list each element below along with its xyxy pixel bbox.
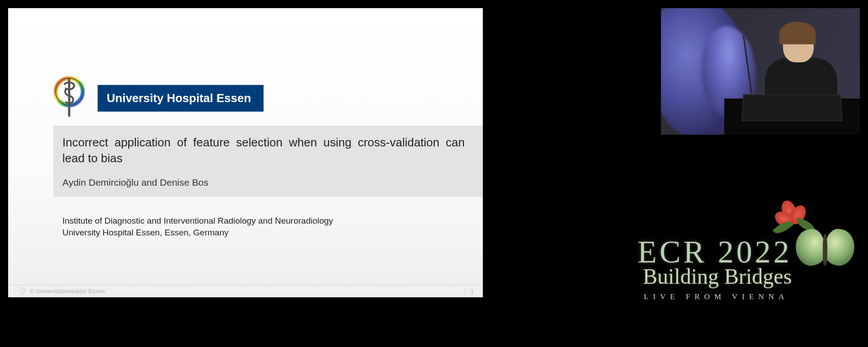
presentation-slide: University Hospital Essen Incorrect appl…	[8, 8, 483, 297]
title-band: Incorrect application of feature selecti…	[53, 126, 483, 197]
speaker-camera-feed	[661, 8, 860, 135]
page-number: 1	[471, 288, 474, 295]
event-subtitle: LIVE FROM VIENNA	[644, 292, 854, 301]
slide-content: University Hospital Essen Incorrect appl…	[8, 8, 483, 297]
authors: Aydin Demircioğlu and Denise Bos	[62, 177, 465, 188]
hospital-logo-icon	[53, 76, 85, 119]
event-logo: ECR 2022 Building Bridges LIVE FROM VIEN…	[637, 234, 854, 333]
podium-monitor	[741, 94, 842, 121]
footer-copyright: © Universitätsmedizin Essen	[30, 288, 105, 295]
footer-logo-icon	[19, 287, 26, 296]
slide-title: Incorrect application of feature selecti…	[62, 135, 465, 166]
flower-icon	[773, 198, 809, 234]
affiliation-line: University Hospital Essen, Essen, German…	[62, 227, 333, 239]
slide-footer: © Universitätsmedizin Essen 1	[8, 285, 483, 297]
organization-banner: University Hospital Essen	[98, 85, 264, 112]
organization-name: University Hospital Essen	[107, 91, 251, 105]
butterfly-icon	[791, 220, 859, 284]
footer-divider	[465, 288, 465, 295]
affiliation-line: Institute of Diagnostic and Intervention…	[62, 215, 333, 227]
affiliation-block: Institute of Diagnostic and Intervention…	[62, 215, 333, 238]
